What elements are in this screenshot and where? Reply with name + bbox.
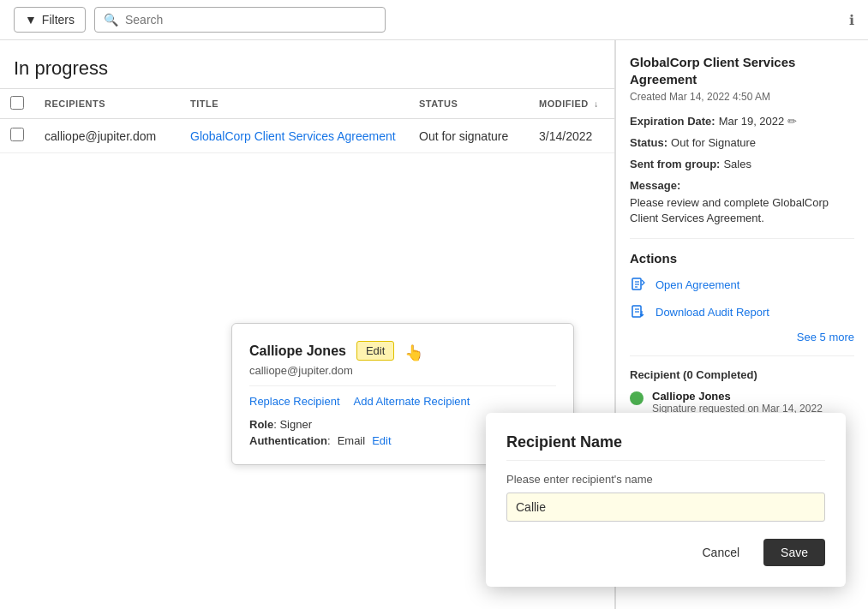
table-row: calliope@jupiter.dom GlobalCorp Client S… xyxy=(0,119,614,153)
sort-arrow-icon: ↓ xyxy=(594,99,599,109)
cursor-icon: 👆 xyxy=(404,343,423,362)
open-agreement-icon xyxy=(630,276,647,293)
role-value: Signer xyxy=(279,418,312,431)
expiration-value: Mar 19, 2022 xyxy=(719,115,785,128)
recipient-info: Calliope Jones Signature requested on Ma… xyxy=(652,390,823,415)
sent-from-row: Sent from group: Sales xyxy=(630,158,854,170)
role-label: Role xyxy=(249,418,273,431)
actions-title: Actions xyxy=(630,251,854,266)
expiration-row: Expiration Date: Mar 19, 2022 ✏ xyxy=(630,115,854,128)
agreement-title: GlobalCorp Client Services Agreement xyxy=(630,54,854,87)
search-icon: 🔍 xyxy=(104,13,118,27)
download-audit-action[interactable]: Download Audit Report xyxy=(630,303,854,320)
recipient-actions: Replace Recipient Add Alternate Recipien… xyxy=(249,395,556,408)
row-status: Out for signature xyxy=(409,119,529,153)
header-checkbox-col xyxy=(0,89,34,119)
select-all-checkbox[interactable] xyxy=(10,96,24,110)
expiration-edit-icon[interactable]: ✏ xyxy=(787,115,797,128)
info-icon[interactable]: ℹ xyxy=(849,12,854,28)
download-audit-label: Download Audit Report xyxy=(655,306,769,319)
divider xyxy=(630,238,854,239)
auth-label: Authentication: xyxy=(249,434,331,447)
row-checkbox[interactable] xyxy=(10,128,24,141)
divider-2 xyxy=(630,355,854,356)
see-more-button[interactable]: See 5 more xyxy=(630,331,854,343)
sent-from-value: Sales xyxy=(723,158,751,170)
status-value: Out for Signature xyxy=(671,136,756,149)
row-title[interactable]: GlobalCorp Client Services Agreement xyxy=(180,119,409,153)
message-value: Please review and complete GlobalCorp Cl… xyxy=(630,195,854,226)
auth-value: Email xyxy=(338,434,366,447)
agreement-created: Created Mar 14, 2022 4:50 AM xyxy=(630,91,854,103)
add-alternate-recipient-button[interactable]: Add Alternate Recipient xyxy=(354,395,470,408)
row-modified: 3/14/2022 xyxy=(529,119,614,153)
header-modified[interactable]: MODIFIED ↓ xyxy=(529,89,614,119)
modal-actions: Cancel Save xyxy=(506,539,825,566)
filter-label: Filters xyxy=(42,13,75,27)
message-row: Message: Please review and complete Glob… xyxy=(630,179,854,226)
recipient-status-dot xyxy=(630,391,644,405)
save-button[interactable]: Save xyxy=(763,539,825,566)
modal-title: Recipient Name xyxy=(506,433,825,461)
status-row: Status: Out for Signature xyxy=(630,136,854,149)
header-status: STATUS xyxy=(409,89,529,119)
recipient-item: Calliope Jones Signature requested on Ma… xyxy=(630,390,854,415)
open-agreement-label: Open Agreement xyxy=(655,278,739,291)
modal-label: Please enter recipient's name xyxy=(506,473,825,486)
search-input[interactable] xyxy=(125,13,376,27)
replace-recipient-button[interactable]: Replace Recipient xyxy=(249,395,340,408)
recipient-edit-button[interactable]: Edit xyxy=(356,341,394,361)
status-label: Status: xyxy=(630,136,667,149)
filter-icon: ▼ xyxy=(25,13,37,27)
download-audit-icon xyxy=(630,303,647,320)
cancel-button[interactable]: Cancel xyxy=(688,539,753,566)
recipient-card-header: Calliope Jones Edit 👆 xyxy=(249,341,556,361)
recipient-card-name: Calliope Jones xyxy=(249,343,346,359)
recipient-name-input[interactable] xyxy=(506,493,825,522)
toolbar: ▼ Filters 🔍 ℹ xyxy=(0,0,868,40)
row-recipient: calliope@jupiter.dom xyxy=(34,119,180,153)
open-agreement-action[interactable]: Open Agreement xyxy=(630,276,854,293)
modal-box: Recipient Name Please enter recipient's … xyxy=(486,413,846,587)
header-recipients: RECIPIENTS xyxy=(34,89,180,119)
agreements-table: RECIPIENTS TITLE STATUS MODIFIED ↓ calli… xyxy=(0,88,614,153)
sent-from-label: Sent from group: xyxy=(630,158,720,170)
recipient-section-title: Recipient (0 Completed) xyxy=(630,368,854,381)
row-checkbox-cell xyxy=(0,119,34,153)
header-title: TITLE xyxy=(180,89,409,119)
section-title: In progress xyxy=(0,40,614,88)
auth-edit-button[interactable]: Edit xyxy=(372,434,391,447)
filter-button[interactable]: ▼ Filters xyxy=(14,7,86,33)
message-label: Message: xyxy=(630,179,680,192)
recipient-email: calliope@jupiter.dom xyxy=(249,364,556,386)
recipient-info-name: Calliope Jones xyxy=(652,390,823,403)
search-box: 🔍 xyxy=(94,7,386,33)
expiration-label: Expiration Date: xyxy=(630,115,715,128)
